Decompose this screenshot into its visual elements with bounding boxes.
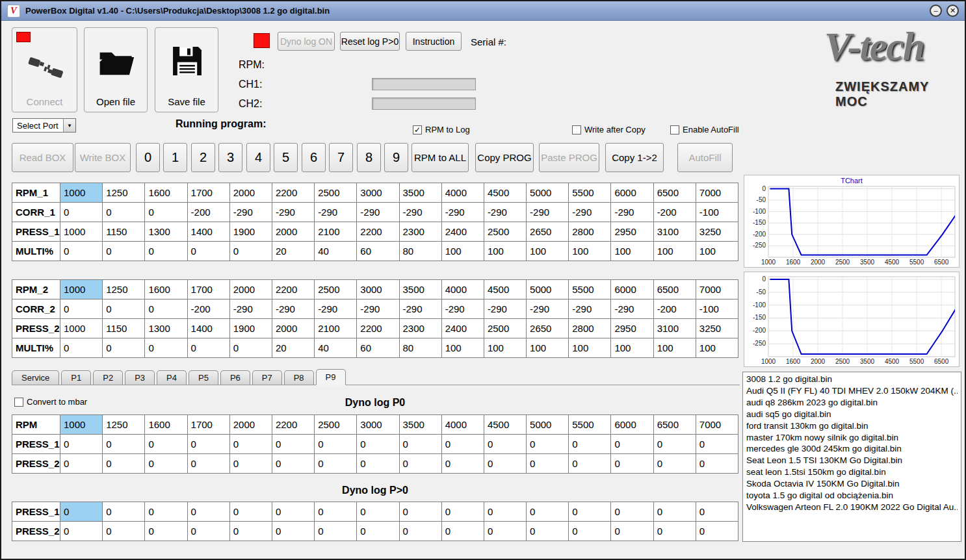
grid-cell[interactable]: -290 (399, 299, 441, 319)
grid-cell[interactable]: 3000 (357, 415, 399, 435)
grid-cell[interactable]: 1000 (60, 415, 103, 435)
digit-button-9[interactable]: 9 (384, 143, 408, 172)
grid-cell[interactable]: 0 (653, 435, 696, 454)
tab-p2[interactable]: P2 (93, 370, 123, 385)
grid-cell[interactable]: -200 (187, 299, 229, 319)
grid-cell[interactable]: 2200 (272, 415, 314, 435)
grid-cell[interactable]: 0 (611, 502, 653, 522)
grid-cell[interactable]: 0 (357, 522, 399, 541)
grid-cell[interactable]: 0 (229, 435, 272, 454)
grid-cell[interactable]: 0 (399, 435, 441, 454)
grid-cell[interactable]: -290 (315, 203, 357, 222)
grid-cell[interactable]: 3250 (696, 319, 738, 338)
digit-button-2[interactable]: 2 (191, 143, 215, 172)
file-list-item[interactable]: Volkswagen Arteon FL 2.0 190KM 2022 Go D… (746, 502, 958, 513)
grid-cell[interactable]: 0 (145, 242, 187, 261)
grid-cell[interactable]: 2300 (399, 319, 441, 338)
select-port-dropdown[interactable]: Select Port ▼ (12, 118, 76, 133)
grid-cell[interactable]: 0 (229, 338, 272, 358)
autofill-button[interactable]: AutoFill (677, 143, 733, 172)
file-list-item[interactable]: ford transit 130km go digital.bin (746, 420, 958, 432)
copy-1-to-2-button[interactable]: Copy 1->2 (605, 143, 664, 172)
file-list-item[interactable]: Skoda Octavia IV 150KM Go Digital.bin (746, 478, 958, 490)
grid-cell[interactable]: 0 (272, 435, 314, 454)
grid-cell[interactable]: 2950 (611, 222, 653, 242)
grid-cell[interactable]: -290 (229, 203, 272, 222)
close-button[interactable]: ✕ (946, 5, 959, 17)
grid-cell[interactable]: 1300 (145, 222, 187, 242)
grid-cell[interactable]: 100 (527, 338, 569, 358)
grid-cell[interactable]: 0 (484, 522, 526, 541)
grid-cell[interactable]: 1700 (187, 280, 229, 299)
grid-cell[interactable]: 0 (653, 522, 696, 541)
grid-cell[interactable]: 2500 (315, 280, 357, 299)
grid-cell[interactable]: -290 (527, 299, 569, 319)
grid-cell[interactable]: 3100 (653, 319, 696, 338)
grid-cell[interactable]: -290 (315, 299, 357, 319)
grid-cell[interactable]: 0 (187, 454, 229, 474)
connect-button[interactable]: Connect (12, 27, 77, 112)
checkbox-box[interactable] (670, 125, 679, 134)
grid-cell[interactable]: 1600 (145, 183, 187, 203)
grid-cell[interactable]: 0 (399, 502, 441, 522)
grid-cell[interactable]: 6000 (611, 183, 653, 203)
grid-cell[interactable]: 0 (569, 435, 611, 454)
grid-cell[interactable]: 6000 (611, 280, 653, 299)
grid-cell[interactable]: 100 (484, 338, 526, 358)
grid-cell[interactable]: 2200 (357, 319, 399, 338)
grid-cell[interactable]: 2000 (229, 183, 272, 203)
checkbox-box[interactable] (572, 125, 581, 134)
enable-autofill-checkbox[interactable]: Enable AutoFill (670, 125, 739, 134)
grid-cell[interactable]: -290 (569, 299, 611, 319)
grid-cell[interactable]: 0 (60, 435, 103, 454)
grid-cell[interactable]: 2200 (357, 222, 399, 242)
grid-cell[interactable]: 0 (611, 522, 653, 541)
grid-cell[interactable]: 100 (441, 338, 484, 358)
digit-button-7[interactable]: 7 (329, 143, 353, 172)
grid-cell[interactable]: 0 (569, 454, 611, 474)
grid-cell[interactable]: 0 (103, 203, 145, 222)
grid-cell[interactable]: -290 (441, 203, 484, 222)
file-list-item[interactable]: mercedes gle 300d 245km go digital.bin (746, 443, 958, 455)
grid-cell[interactable]: 0 (484, 454, 526, 474)
grid-cell[interactable]: -200 (653, 203, 696, 222)
grid-cell[interactable]: 0 (484, 502, 526, 522)
file-list-item[interactable]: toyota 1.5 go digital od obciążenia.bin (746, 490, 958, 502)
digit-button-4[interactable]: 4 (246, 143, 270, 172)
grid-cell[interactable]: 0 (229, 522, 272, 541)
grid-cell[interactable]: -290 (484, 299, 526, 319)
grid-cell[interactable]: 1150 (103, 319, 145, 338)
grid-cell[interactable]: 0 (60, 203, 103, 222)
digit-button-8[interactable]: 8 (357, 143, 381, 172)
grid-cell[interactable]: 100 (611, 338, 653, 358)
grid-cell[interactable]: 1600 (145, 415, 187, 435)
grid-cell[interactable]: 2000 (272, 319, 314, 338)
grid-cell[interactable]: 2300 (399, 222, 441, 242)
grid-cell[interactable]: 0 (441, 502, 484, 522)
grid-cell[interactable]: 80 (399, 242, 441, 261)
file-list-item[interactable]: master 170km nowy silnik go digital.bin (746, 432, 958, 444)
grid-cell[interactable]: 0 (103, 338, 145, 358)
grid-cell[interactable]: 0 (653, 454, 696, 474)
rpm-to-log-checkbox[interactable]: ✓ RPM to Log (413, 125, 470, 134)
grid-cell[interactable]: 1400 (187, 319, 229, 338)
grid-cell[interactable]: -290 (272, 203, 314, 222)
grid-cell[interactable]: 5500 (569, 280, 611, 299)
grid-cell[interactable]: -290 (484, 203, 526, 222)
digit-button-5[interactable]: 5 (274, 143, 298, 172)
read-box-button[interactable]: Read BOX (12, 143, 73, 172)
grid-cell[interactable]: 0 (569, 502, 611, 522)
grid-cell[interactable]: 0 (527, 522, 569, 541)
grid-cell[interactable]: 0 (569, 522, 611, 541)
grid-cell[interactable]: 0 (611, 435, 653, 454)
grid-cell[interactable]: 0 (145, 338, 187, 358)
grid-cell[interactable]: 6500 (653, 415, 696, 435)
minimize-button[interactable]: – (930, 5, 942, 17)
grid-cell[interactable]: 0 (696, 502, 738, 522)
grid-cell[interactable]: 0 (527, 454, 569, 474)
grid-cell[interactable]: 0 (60, 299, 103, 319)
file-list-item[interactable]: Audi Q5 II (FY FL) 40 TDI MHEV 2.0 150kW… (746, 385, 958, 397)
grid-cell[interactable]: 0 (103, 299, 145, 319)
grid-cell[interactable]: 0 (145, 203, 187, 222)
open-file-button[interactable]: Open file (84, 27, 148, 112)
